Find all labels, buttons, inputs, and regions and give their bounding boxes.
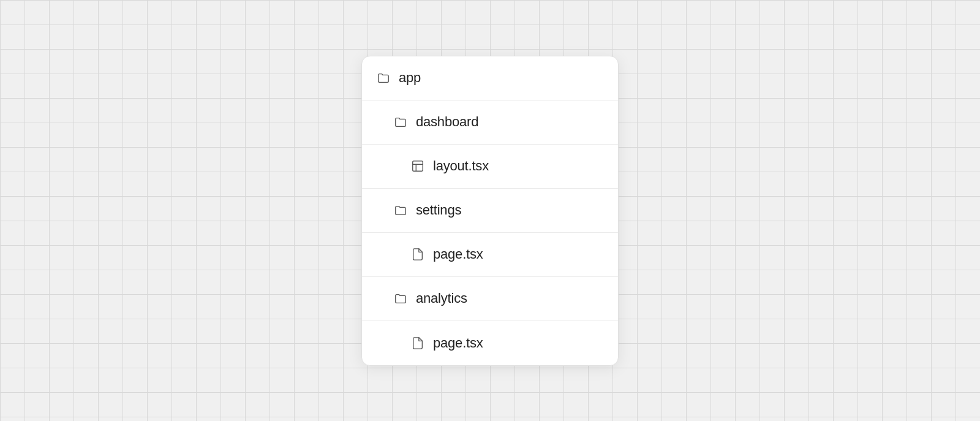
file-icon [411,248,424,261]
tree-item-app[interactable]: app [362,56,618,101]
layout-file-icon [411,159,424,173]
tree-item-page-tsx-1[interactable]: page.tsx [362,233,618,277]
svg-rect-0 [413,161,423,172]
tree-item-label: page.tsx [433,246,483,262]
tree-item-settings[interactable]: settings [362,189,618,233]
tree-item-page-tsx-2[interactable]: page.tsx [362,321,618,365]
tree-item-label: analytics [416,290,467,306]
tree-item-label: page.tsx [433,335,483,351]
tree-item-label: app [399,70,421,86]
file-icon [411,336,424,350]
tree-item-dashboard[interactable]: dashboard [362,101,618,145]
tree-item-label: settings [416,202,461,218]
tree-item-label: dashboard [416,114,478,130]
tree-item-analytics[interactable]: analytics [362,277,618,321]
folder-icon [377,71,390,85]
folder-icon [394,292,407,305]
folder-icon [394,203,407,217]
file-tree: app dashboard layout.tsx settings page.t… [361,56,619,366]
tree-item-layout-tsx[interactable]: layout.tsx [362,145,618,189]
tree-item-label: layout.tsx [433,158,489,174]
folder-icon [394,115,407,129]
